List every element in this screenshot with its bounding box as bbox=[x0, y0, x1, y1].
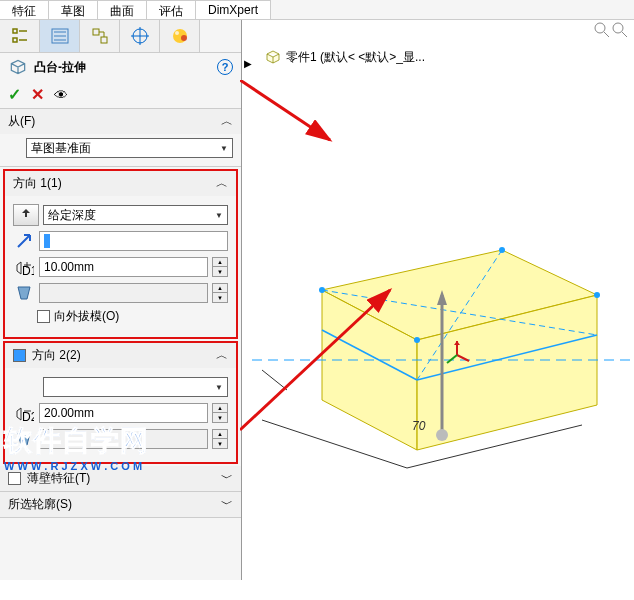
svg-point-28 bbox=[594, 292, 600, 298]
zoom-icon[interactable] bbox=[594, 22, 610, 38]
svg-rect-2 bbox=[101, 37, 107, 43]
contours-header: 所选轮廓(S) ﹀ bbox=[0, 492, 241, 517]
from-dropdown[interactable]: 草图基准面 bbox=[26, 138, 233, 158]
direction1-header: 方向 1(1) ︿ bbox=[5, 171, 236, 196]
direction2-header: 方向 2(2) ︿ bbox=[5, 343, 236, 368]
svg-line-34 bbox=[240, 80, 330, 140]
svg-point-21 bbox=[436, 429, 448, 441]
draft-outward-row: 向外拔模(O) bbox=[37, 308, 228, 325]
direction2-label: 方向 2(2) bbox=[32, 347, 81, 364]
graphics-viewport[interactable]: ▶ 零件1 (默认< <默认>_显... bbox=[242, 20, 634, 580]
ok-button[interactable]: ✓ bbox=[8, 85, 21, 104]
reverse-icon bbox=[18, 207, 34, 223]
ball-icon bbox=[170, 26, 190, 46]
draft-outward-label: 向外拔模(O) bbox=[54, 308, 119, 325]
from-header: 从(F) ︿ bbox=[0, 109, 241, 134]
tab-features[interactable]: 特征 bbox=[0, 0, 49, 19]
collapse-icon[interactable]: ︿ bbox=[216, 175, 228, 192]
contours-section: 所选轮廓(S) ﹀ bbox=[0, 492, 241, 518]
tab-appearance[interactable] bbox=[160, 20, 200, 52]
extrude-icon bbox=[8, 57, 28, 77]
depth-spinner-d1[interactable]: ▲▼ bbox=[212, 257, 228, 277]
tab-config-manager[interactable] bbox=[80, 20, 120, 52]
tab-evaluate[interactable]: 评估 bbox=[147, 0, 196, 19]
list-icon bbox=[50, 26, 70, 46]
end-condition2-dropdown[interactable] bbox=[43, 377, 228, 397]
depth2-icon: D2 bbox=[13, 402, 35, 424]
viewport-controls bbox=[594, 22, 628, 38]
action-row: ✓ ✕ 👁 bbox=[0, 81, 241, 109]
svg-point-9 bbox=[595, 23, 605, 33]
svg-point-5 bbox=[175, 31, 179, 35]
depth-spinner-d2[interactable]: ▲▼ bbox=[212, 403, 228, 423]
tab-surface[interactable]: 曲面 bbox=[98, 0, 147, 19]
selection-cursor bbox=[44, 234, 50, 248]
preview-3d-box: 70 bbox=[242, 220, 634, 490]
svg-point-29 bbox=[414, 337, 420, 343]
draft-icon bbox=[13, 282, 35, 304]
direction1-label: 方向 1(1) bbox=[13, 175, 62, 192]
svg-point-10 bbox=[613, 23, 623, 33]
tab-dimxpert[interactable]: DimXpert bbox=[196, 0, 271, 19]
tab-dim-manager[interactable] bbox=[120, 20, 160, 52]
collapse-icon[interactable]: ︿ bbox=[221, 113, 233, 130]
direction-arrow-icon bbox=[13, 230, 35, 252]
draft2-spinner[interactable]: ▲▼ bbox=[212, 429, 228, 449]
svg-point-27 bbox=[499, 247, 505, 253]
thinwall-label: 薄壁特征(T) bbox=[27, 470, 90, 487]
command-tabs: 特征 草图 曲面 评估 DimXpert bbox=[0, 0, 634, 20]
expand-icon[interactable]: ﹀ bbox=[221, 496, 233, 513]
config-icon bbox=[90, 26, 110, 46]
crosshair-icon bbox=[130, 26, 150, 46]
tab-feature-manager[interactable] bbox=[0, 20, 40, 52]
depth-icon: D1 bbox=[13, 256, 35, 278]
pm-title: 凸台-拉伸 bbox=[34, 59, 86, 76]
part-icon bbox=[264, 48, 282, 66]
draft-angle-input[interactable] bbox=[39, 283, 208, 303]
expand-icon[interactable]: ﹀ bbox=[221, 470, 233, 487]
svg-text:D1: D1 bbox=[22, 264, 34, 277]
depth-input-d2[interactable]: 20.00mm bbox=[39, 403, 208, 423]
thinwall-checkbox[interactable] bbox=[8, 472, 21, 485]
direction2-enable-checkbox[interactable] bbox=[13, 349, 26, 362]
from-label: 从(F) bbox=[8, 113, 35, 130]
preview-button[interactable]: 👁 bbox=[54, 87, 68, 103]
tab-sketch[interactable]: 草图 bbox=[49, 0, 98, 19]
collapse-icon[interactable]: ︿ bbox=[216, 347, 228, 364]
cancel-button[interactable]: ✕ bbox=[31, 85, 44, 104]
svg-point-26 bbox=[319, 287, 325, 293]
draft-outward-checkbox[interactable] bbox=[37, 310, 50, 323]
direction-vector-input[interactable] bbox=[39, 231, 228, 251]
svg-text:70: 70 bbox=[412, 419, 426, 433]
part-breadcrumb[interactable]: 零件1 (默认< <默认>_显... bbox=[264, 48, 425, 66]
reverse-direction-button[interactable] bbox=[13, 204, 39, 226]
tree-icon bbox=[10, 26, 30, 46]
svg-rect-1 bbox=[93, 29, 99, 35]
depth-input-d1[interactable]: 10.00mm bbox=[39, 257, 208, 277]
annotation-arrow-1 bbox=[240, 80, 340, 150]
direction1-section: 方向 1(1) ︿ 给定深度 bbox=[5, 171, 236, 337]
svg-point-6 bbox=[181, 35, 187, 41]
svg-line-30 bbox=[262, 370, 287, 390]
draft-spinner[interactable]: ▲▼ bbox=[212, 283, 228, 303]
contours-label: 所选轮廓(S) bbox=[8, 496, 72, 513]
zoom-icon-2[interactable] bbox=[612, 22, 628, 38]
help-icon[interactable]: ? bbox=[217, 59, 233, 75]
pm-header: 凸台-拉伸 ? bbox=[0, 53, 241, 81]
flyout-arrow[interactable]: ▶ bbox=[244, 58, 252, 69]
from-section: 从(F) ︿ 草图基准面 bbox=[0, 109, 241, 167]
tab-property-manager[interactable] bbox=[40, 20, 80, 52]
end-condition-dropdown[interactable]: 给定深度 bbox=[43, 205, 228, 225]
direction1-highlight: 方向 1(1) ︿ 给定深度 bbox=[3, 169, 238, 339]
watermark: 软件自学网 W W W . R J Z X W . C O M bbox=[4, 422, 149, 472]
panel-icon-tabs bbox=[0, 20, 241, 53]
